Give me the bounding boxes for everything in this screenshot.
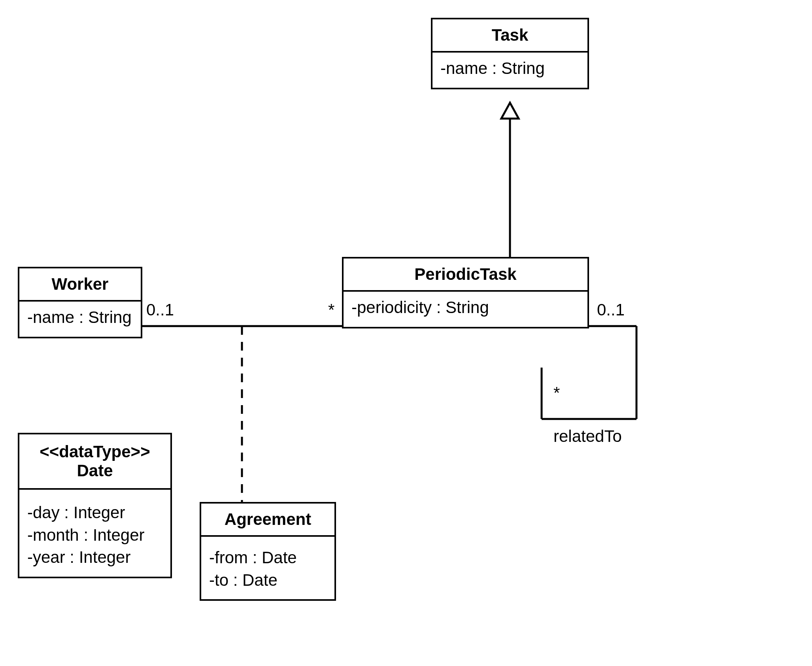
class-date-name: Date — [27, 461, 162, 480]
class-date-body: -day : Integer -month : Integer -year : … — [19, 490, 170, 577]
class-agreement-attr-0: -from : Date — [209, 547, 327, 569]
class-agreement-body: -from : Date -to : Date — [201, 537, 334, 599]
class-worker-title: Worker — [19, 268, 141, 302]
class-agreement: Agreement -from : Date -to : Date — [200, 502, 336, 601]
class-task: Task -name : String — [431, 18, 589, 89]
label-relatedto: relatedTo — [553, 427, 622, 446]
class-periodictask-attr-0: -periodicity : String — [351, 296, 580, 319]
class-worker-body: -name : String — [19, 302, 141, 337]
class-date-title: <<dataType>> Date — [19, 434, 170, 490]
class-worker: Worker -name : String — [18, 267, 142, 338]
class-date-attr-0: -day : Integer — [27, 502, 162, 524]
class-date: <<dataType>> Date -day : Integer -month … — [18, 433, 172, 578]
class-date-stereotype: <<dataType>> — [27, 442, 162, 461]
mult-worker-side: 0..1 — [146, 300, 174, 319]
class-periodictask: PeriodicTask -periodicity : String — [342, 257, 589, 328]
mult-relatedto-top: 0..1 — [597, 300, 625, 319]
mult-periodictask-side: * — [328, 300, 334, 319]
class-agreement-attr-1: -to : Date — [209, 569, 327, 592]
class-agreement-title: Agreement — [201, 504, 334, 537]
svg-marker-1 — [501, 103, 519, 119]
class-periodictask-body: -periodicity : String — [344, 292, 587, 327]
class-worker-attr-0: -name : String — [27, 306, 133, 329]
class-task-attr-0: -name : String — [440, 57, 580, 80]
class-date-attr-1: -month : Integer — [27, 524, 162, 547]
class-periodictask-title: PeriodicTask — [344, 258, 587, 292]
mult-relatedto-bottom: * — [553, 383, 560, 402]
class-date-attr-2: -year : Integer — [27, 546, 162, 569]
class-task-title: Task — [432, 19, 587, 53]
class-task-body: -name : String — [432, 53, 587, 88]
